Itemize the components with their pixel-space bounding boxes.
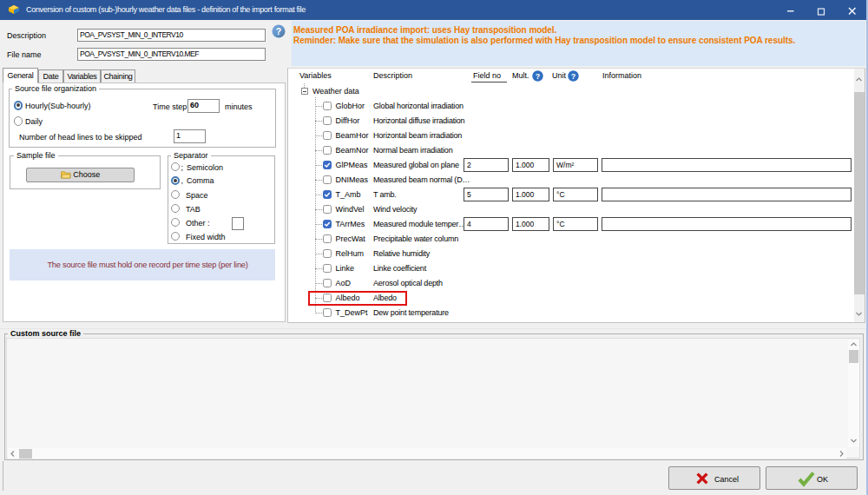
svg-text:?: ?	[571, 72, 576, 81]
svg-text:?: ?	[276, 26, 281, 36]
svg-text:?: ?	[536, 72, 541, 81]
